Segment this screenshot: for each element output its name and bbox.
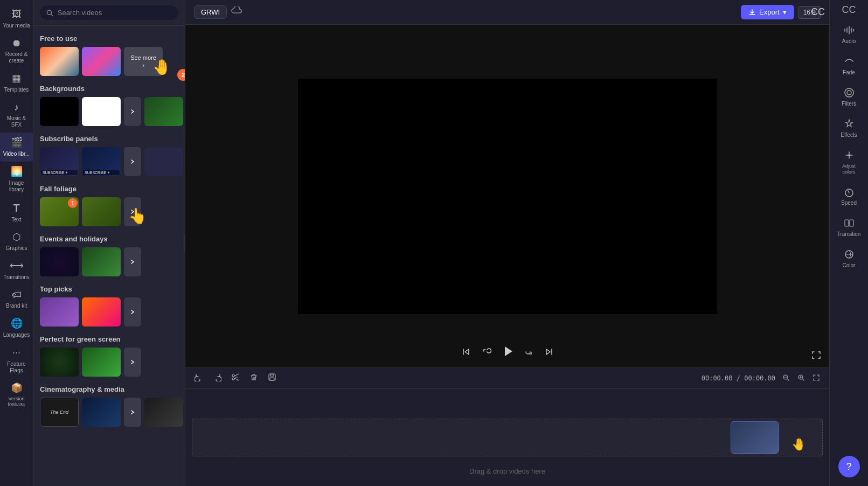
svg-point-10	[847, 91, 851, 95]
color-icon	[843, 248, 855, 260]
rewind-button[interactable]	[480, 345, 494, 362]
adjust-colors-label: Adjustcolors	[842, 163, 856, 175]
fullscreen-button[interactable]	[812, 351, 821, 362]
redo-icon	[213, 373, 221, 381]
skip-forward-button[interactable]	[542, 345, 556, 362]
thumb-sub-3[interactable]	[144, 147, 183, 176]
thumb-cinema-3[interactable]	[144, 398, 183, 427]
sidebar-item-templates[interactable]: ▦ Templates	[0, 68, 33, 98]
thumb-cinema-1[interactable]: The End	[40, 398, 79, 427]
thumb-event-2[interactable]	[82, 247, 121, 276]
svg-line-1	[51, 14, 53, 16]
right-item-transition[interactable]: Transition	[830, 212, 869, 243]
cut-button[interactable]	[228, 371, 242, 385]
sidebar-item-transitions[interactable]: ⟷ Transitions	[0, 256, 33, 285]
thumb-free-2[interactable]	[82, 47, 121, 76]
forward-button[interactable]	[522, 345, 536, 362]
help-button[interactable]: ?	[838, 456, 860, 477]
see-more-button[interactable]: See more ›	[124, 47, 163, 76]
right-item-effects[interactable]: Effects	[830, 113, 869, 144]
arrow-right-icon-foliage	[130, 209, 135, 214]
save-button[interactable]	[265, 371, 279, 385]
right-item-fade[interactable]: Fade	[830, 50, 869, 81]
redo-button[interactable]	[210, 371, 224, 385]
arrow-btn-backgrounds[interactable]	[124, 97, 141, 126]
sidebar-item-your-media[interactable]: 🖼 Your media	[0, 4, 33, 33]
thumb-sub-2[interactable]: SUBSCRIBE +	[82, 147, 121, 176]
thumb-foliage-1[interactable]: 1	[40, 197, 79, 226]
image-library-icon: 🌅	[11, 166, 23, 178]
thumb-bg-3[interactable]	[144, 97, 183, 126]
arrow-btn-picks[interactable]	[124, 297, 141, 327]
cloud-save-button[interactable]	[231, 6, 242, 18]
thumb-bg-1[interactable]	[40, 97, 79, 126]
export-button[interactable]: Export ▾	[741, 5, 794, 19]
right-sidebar: CC Audio Fade Filters Effects Adjustcolo…	[829, 0, 868, 486]
main-area: CC GRWI Export ▾ 16:9	[185, 0, 829, 486]
search-input-wrap[interactable]	[40, 5, 178, 20]
sidebar-item-graphics[interactable]: ⬡ Graphics	[0, 227, 33, 256]
your-media-icon: 🖼	[12, 9, 22, 20]
export-chevron: ▾	[783, 8, 787, 16]
sidebar-item-text[interactable]: T Text	[0, 197, 33, 227]
delete-button[interactable]	[247, 371, 261, 385]
undo-button[interactable]	[192, 371, 206, 385]
section-top-picks: Top picks	[33, 281, 185, 331]
fit-icon	[813, 374, 820, 381]
panel-scroll[interactable]: Free to use See more › 🤚 2 Backgrounds	[33, 26, 185, 486]
section-green-screen: Perfect for green screen	[33, 331, 185, 381]
play-button[interactable]	[500, 344, 515, 362]
cloud-icon	[231, 6, 242, 15]
project-name-button[interactable]: GRWI	[194, 5, 227, 19]
zoom-out-button[interactable]	[780, 373, 793, 384]
thumb-green-2[interactable]	[82, 348, 121, 377]
sidebar-label-video-library: Video libr...	[3, 151, 30, 157]
arrow-btn-events[interactable]	[124, 247, 141, 276]
arrow-btn-cinema[interactable]	[124, 398, 141, 427]
arrow-btn-subscribe[interactable]	[124, 147, 141, 176]
sidebar-item-languages[interactable]: 🌐 Languages	[0, 314, 33, 343]
thumb-event-1[interactable]	[40, 247, 79, 276]
sidebar-item-brand-kit[interactable]: 🏷 Brand kit	[0, 285, 33, 314]
thumb-bg-2[interactable]	[82, 97, 121, 126]
sidebar-item-feature-flags[interactable]: ··· FeatureFlags	[0, 343, 33, 378]
sidebar-item-image-library[interactable]: 🌅 Imagelibrary	[0, 162, 33, 197]
zoom-in-button[interactable]	[795, 373, 808, 384]
arrow-btn-green[interactable]	[124, 348, 141, 377]
arrow-btn-foliage[interactable]	[124, 197, 141, 226]
thumb-picks-1[interactable]	[40, 297, 79, 327]
video-library-icon: 🎬	[11, 137, 23, 149]
captions-icon[interactable]: CC	[811, 6, 825, 18]
clip-thumbnail	[731, 422, 779, 453]
right-item-audio[interactable]: Audio	[830, 19, 869, 50]
right-item-filters[interactable]: Filters	[830, 81, 869, 113]
thumb-cinema-2[interactable]	[82, 398, 121, 427]
thumb-foliage-2[interactable]	[82, 197, 121, 226]
search-input[interactable]	[58, 9, 172, 17]
thumb-green-1[interactable]	[40, 348, 79, 377]
fit-button[interactable]	[810, 373, 823, 384]
right-item-speed[interactable]: Speed	[830, 180, 869, 212]
thumbnails-row-green	[40, 348, 178, 377]
sidebar-item-record-create[interactable]: ⏺ Record &create	[0, 33, 33, 69]
timeline-toolbar: 00:00.00 / 00:00.00	[185, 368, 829, 389]
section-backgrounds: Backgrounds	[33, 80, 185, 130]
thumbnails-row-foliage: 1 👆	[40, 197, 178, 226]
right-item-adjust-colors[interactable]: Adjustcolors	[830, 144, 869, 180]
skip-back-button[interactable]	[459, 345, 473, 362]
captions-right-icon[interactable]: CC	[842, 4, 856, 16]
sidebar-item-video-library[interactable]: 🎬 Video libr...	[0, 133, 33, 162]
preview-controls	[459, 344, 556, 362]
arrow-right-icon-events	[130, 259, 135, 265]
sidebar-item-version[interactable]: 📦 Versionf06ba3c	[0, 378, 33, 412]
thumb-sub-1[interactable]: SUBSCRIBE +	[40, 147, 79, 176]
drag-drop-label: Drag & drop videos here	[469, 467, 545, 475]
sidebar-item-music-sfx[interactable]: ♪ Music & SFX	[0, 98, 33, 133]
right-item-color[interactable]: Color	[830, 243, 869, 274]
timeline-clip[interactable]	[731, 421, 779, 454]
sidebar-label-languages: Languages	[3, 332, 30, 338]
timeline-track[interactable]: 🤚	[192, 419, 823, 456]
thumb-free-1[interactable]	[40, 47, 79, 76]
thumb-picks-2[interactable]	[82, 297, 121, 327]
svg-point-9	[845, 88, 853, 97]
